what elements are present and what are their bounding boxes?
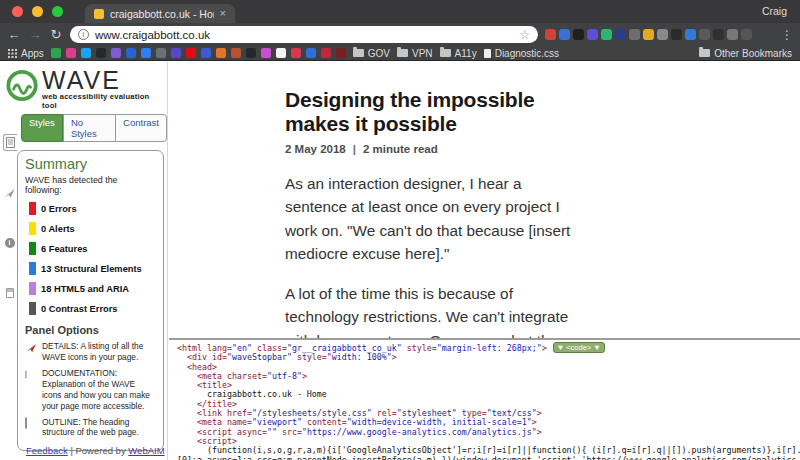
extension-icon[interactable] — [671, 29, 682, 40]
summary-color-chip — [29, 262, 36, 275]
summary-color-chip — [29, 202, 36, 215]
bookmark-favicon[interactable] — [141, 48, 151, 58]
minimize-window-icon[interactable] — [32, 6, 43, 17]
forward-icon[interactable]: → — [28, 28, 42, 41]
summary-color-chip — [29, 302, 36, 315]
profile-name[interactable]: Craig — [762, 5, 787, 17]
other-bookmarks-label: Other Bookmarks — [714, 48, 792, 59]
folder-icon — [397, 49, 408, 57]
chrome-menu-icon[interactable]: ⋮ — [781, 28, 793, 42]
webaim-link[interactable]: WebAIM — [128, 445, 164, 456]
wave-title: WAVE — [42, 69, 163, 92]
panel-option-documentation[interactable]: i DOCUMENTATION: Explanation of the WAVE… — [25, 368, 156, 412]
panel-option-details[interactable]: DETAILS: A listing of all the WAVE icons… — [25, 341, 156, 363]
article-date: 2 May 2018 — [285, 143, 346, 155]
extension-icon[interactable] — [713, 29, 724, 40]
bookmark-favicon[interactable] — [291, 48, 301, 58]
footer-separator: | — [70, 445, 72, 456]
bookmark-favicon[interactable] — [126, 48, 136, 58]
browser-tab[interactable]: craigabbott.co.uk - Home × — [85, 4, 235, 23]
summary-color-chip — [29, 242, 36, 255]
tab-close-icon[interactable]: × — [220, 8, 226, 19]
url-text: www.craigabbott.co.uk — [95, 29, 513, 41]
bookmark-favicon[interactable] — [171, 48, 181, 58]
bookmark-favicon[interactable] — [156, 48, 166, 58]
bookmark-label: Diagnostic.css — [495, 48, 559, 59]
summary-intro: WAVE has detected the following: — [25, 175, 156, 195]
reload-icon[interactable]: ↻ — [49, 28, 63, 41]
summary-item-label: 13 Structural Elements — [41, 264, 142, 274]
rail-documentation-tab[interactable]: i — [2, 234, 17, 251]
summary-item: 6 Features — [29, 242, 156, 255]
summary-item-label: 18 HTML5 and ARIA — [41, 284, 129, 294]
documentation-info-icon: i — [25, 368, 38, 412]
extension-icon[interactable] — [545, 29, 556, 40]
panel-option-text: OUTLINE: The heading structure of the we… — [42, 417, 156, 439]
bookmark-favicons — [51, 48, 346, 58]
extension-icon[interactable] — [643, 29, 654, 40]
address-bar[interactable]: i www.craigabbott.co.uk ☆ — [70, 26, 538, 43]
extension-icon[interactable] — [629, 29, 640, 40]
bookmark-folder-vpn[interactable]: VPN — [397, 48, 433, 59]
extension-icon[interactable] — [657, 29, 668, 40]
bookmark-favicon[interactable] — [186, 48, 196, 58]
panel-option-text: DOCUMENTATION: Explanation of the WAVE i… — [42, 368, 156, 412]
extension-icon[interactable] — [573, 29, 584, 40]
other-bookmarks[interactable]: Other Bookmarks — [699, 48, 792, 59]
bookmark-favicon[interactable] — [81, 48, 91, 58]
panel-option-outline[interactable]: OUTLINE: The heading structure of the we… — [25, 417, 156, 439]
summary-item-label: 0 Contrast Errors — [41, 304, 117, 314]
tab-contrast[interactable]: Contrast — [116, 114, 167, 142]
bookmark-favicon[interactable] — [231, 48, 241, 58]
rail-details-tab[interactable] — [2, 184, 17, 201]
bookmark-favicon[interactable] — [216, 48, 226, 58]
tab-title: craigabbott.co.uk - Home — [110, 8, 214, 20]
summary-item: 0 Errors — [29, 202, 156, 215]
extension-icon[interactable] — [741, 29, 752, 40]
wave-sidebar: WAVE web accessibility evaluation tool S… — [0, 62, 168, 460]
extension-icon[interactable] — [601, 29, 612, 40]
code-toggle-badge[interactable]: ▼ <code> ▼ — [553, 342, 605, 353]
tab-no-styles[interactable]: No Styles — [63, 114, 116, 142]
bookmark-favicon[interactable] — [66, 48, 76, 58]
bookmark-label: A11y — [455, 48, 477, 59]
details-arrow-icon — [25, 341, 38, 363]
extension-icon[interactable] — [727, 29, 738, 40]
back-icon[interactable]: ← — [7, 28, 21, 41]
summary-color-chip — [29, 282, 36, 295]
rail-outline-tab[interactable] — [2, 284, 17, 301]
extension-icon[interactable] — [559, 29, 570, 40]
feedback-link[interactable]: Feedback — [26, 445, 68, 456]
bookmark-favicon[interactable] — [306, 48, 316, 58]
bookmark-favicon[interactable] — [111, 48, 121, 58]
bookmark-diagnostic-css[interactable]: Diagnostic.css — [484, 48, 559, 59]
bookmark-favicon[interactable] — [51, 48, 61, 58]
bookmark-favicon[interactable] — [276, 48, 286, 58]
extension-icon[interactable] — [699, 29, 710, 40]
panel-options-heading: Panel Options — [25, 324, 156, 336]
rail-summary-tab[interactable] — [3, 134, 18, 151]
bookmark-folder-gov[interactable]: GOV — [353, 48, 390, 59]
meta-separator: | — [353, 143, 356, 155]
bookmark-favicon[interactable] — [96, 48, 106, 58]
wave-logo-icon — [6, 69, 38, 102]
file-icon — [484, 49, 491, 58]
bookmark-folder-a11y[interactable]: A11y — [440, 48, 477, 59]
bookmark-star-icon[interactable]: ☆ — [519, 28, 530, 42]
bookmark-favicon[interactable] — [336, 48, 346, 58]
bookmark-favicon[interactable] — [321, 48, 331, 58]
bookmark-favicon[interactable] — [246, 48, 256, 58]
bookmark-favicon[interactable] — [261, 48, 271, 58]
extension-icon[interactable] — [615, 29, 626, 40]
page-info-icon[interactable]: i — [78, 29, 89, 40]
zoom-window-icon[interactable] — [52, 6, 63, 17]
apps-grid-icon — [8, 49, 17, 58]
extension-icon[interactable] — [685, 29, 696, 40]
bookmark-favicon[interactable] — [201, 48, 211, 58]
apps-shortcut[interactable]: Apps — [8, 48, 44, 59]
extension-icon[interactable] — [587, 29, 598, 40]
code-line: <script async="" src="https://www.google… — [177, 428, 800, 437]
summary-item-label: 0 Errors — [41, 204, 77, 214]
tab-styles[interactable]: Styles — [21, 114, 63, 142]
close-window-icon[interactable] — [12, 6, 23, 17]
